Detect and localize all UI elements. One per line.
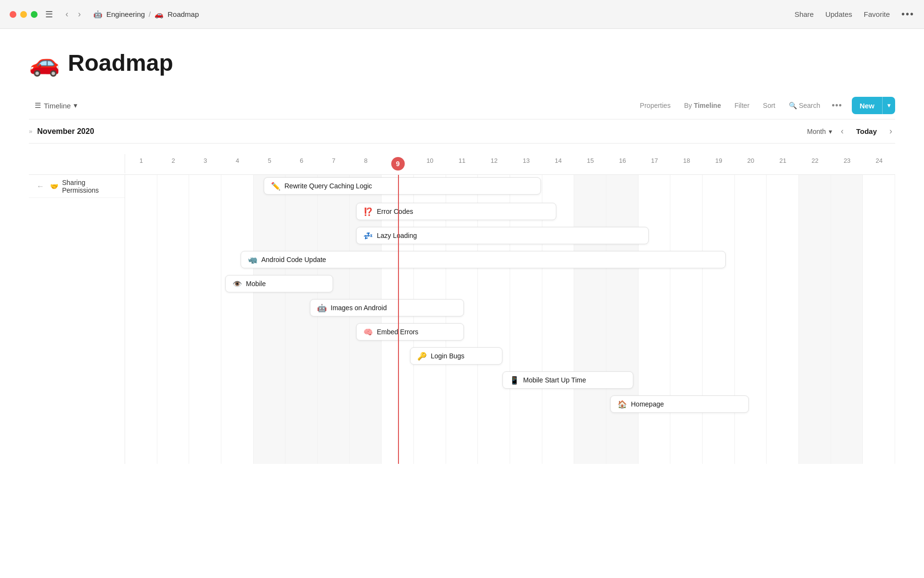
view-toolbar: ☰ Timeline ▾ Properties By Timeline Filt… [29, 92, 895, 119]
page-emoji: 🚗 [29, 48, 60, 78]
task-bar-rewrite[interactable]: ✏️Rewrite Query Caching Logic [264, 177, 541, 195]
timeline-body: ← 🤝 Sharing Permissions ✏️Rewrite Query … [29, 175, 895, 464]
new-button-arrow[interactable]: ▾ [883, 98, 895, 113]
days-container: 123456789101112131415161718192021222324 [125, 153, 895, 174]
by-timeline-label[interactable]: By Timeline [678, 99, 727, 112]
share-button[interactable]: Share [795, 10, 814, 18]
task-label-mobile-startup: Mobile Start Up Time [523, 376, 586, 384]
task-label-android: Android Code Update [261, 256, 326, 263]
day-cell-15: 15 [574, 153, 606, 174]
task-emoji-images-android: 🤖 [317, 303, 327, 313]
task-label-error-codes: Error Codes [377, 208, 413, 215]
back-arrow[interactable]: ‹ [63, 8, 71, 20]
month-label: Month [807, 128, 826, 135]
timeline-next-button[interactable]: › [886, 124, 895, 138]
day-cell-16: 16 [606, 153, 639, 174]
task-bar-login-bugs[interactable]: 🔑Login Bugs [410, 347, 502, 365]
day-cell-17: 17 [639, 153, 671, 174]
minimize-button[interactable] [20, 11, 27, 18]
titlebar: ☰ ‹ › 🤖 Engineering / 🚗 Roadmap Share Up… [0, 0, 924, 29]
sort-button[interactable]: Sort [757, 99, 781, 112]
page-content: 🚗 Roadmap ☰ Timeline ▾ Properties By Tim… [0, 29, 924, 153]
day-cell-9: 9 [382, 153, 414, 174]
task-emoji-mobile: 👁️ [232, 279, 242, 289]
day-cell-13: 13 [510, 153, 542, 174]
nav-arrows: ‹ › [63, 8, 84, 20]
day-cell-18: 18 [670, 153, 703, 174]
task-emoji-rewrite: ✏️ [271, 182, 281, 191]
task-bar-mobile[interactable]: 👁️Mobile [225, 275, 333, 292]
updates-button[interactable]: Updates [825, 10, 852, 18]
day-cell-21: 21 [767, 153, 799, 174]
day-cell-10: 10 [414, 153, 446, 174]
toolbar-more-button[interactable]: ••• [828, 98, 846, 114]
task-emoji-error-codes: ⁉️ [363, 207, 373, 216]
sidebar-group-emoji: 🤝 [50, 183, 58, 190]
task-bar-homepage[interactable]: 🏠Homepage [610, 395, 749, 413]
view-icon: ☰ [35, 101, 41, 110]
view-label: Timeline [44, 102, 71, 110]
day-cell-12: 12 [478, 153, 510, 174]
day-cell-24: 24 [863, 153, 895, 174]
day-cell-8: 8 [350, 153, 382, 174]
view-selector[interactable]: ☰ Timeline ▾ [29, 98, 83, 113]
timeline-period: November 2020 [37, 127, 94, 136]
breadcrumb-separator: / [149, 10, 151, 18]
day-cell-5: 5 [254, 153, 286, 174]
favorite-button[interactable]: Favorite [864, 10, 890, 18]
task-emoji-android: 🦏 [248, 255, 257, 264]
close-button[interactable] [10, 11, 16, 18]
task-bar-android[interactable]: 🦏Android Code Update [241, 251, 726, 268]
breadcrumb-child-emoji: 🚗 [154, 10, 164, 19]
timeline-grid: ✏️Rewrite Query Caching Logic⁉️Error Cod… [125, 175, 895, 464]
day-cell-6: 6 [285, 153, 318, 174]
month-selector[interactable]: Month ▾ [807, 128, 832, 135]
task-emoji-embed-errors: 🧠 [363, 328, 373, 337]
task-bar-embed-errors[interactable]: 🧠Embed Errors [356, 323, 464, 341]
day-cell-4: 4 [221, 153, 254, 174]
task-label-mobile: Mobile [246, 280, 266, 288]
timeline-area: 123456789101112131415161718192021222324 … [0, 153, 924, 464]
new-button-label: New [852, 98, 882, 114]
task-emoji-lazy-loading: 💤 [363, 231, 373, 240]
task-bar-lazy-loading[interactable]: 💤Lazy Loading [356, 227, 649, 244]
task-bar-mobile-startup[interactable]: 📱Mobile Start Up Time [502, 371, 633, 389]
toolbar-actions: Properties By Timeline Filter Sort 🔍 Sea… [634, 97, 895, 114]
breadcrumb: 🤖 Engineering / 🚗 Roadmap [93, 10, 199, 19]
task-label-lazy-loading: Lazy Loading [377, 232, 417, 239]
task-label-images-android: Images on Android [331, 304, 387, 312]
forward-arrow[interactable]: › [75, 8, 84, 20]
titlebar-actions: Share Updates Favorite ••• [795, 9, 914, 20]
days-ruler: 123456789101112131415161718192021222324 [29, 153, 895, 175]
timeline-sidebar: ← 🤝 Sharing Permissions [29, 175, 125, 464]
timeline-prev-button[interactable]: ‹ [838, 124, 847, 138]
today-button[interactable]: Today [852, 125, 881, 137]
sidebar-sharing-permissions[interactable]: ← 🤝 Sharing Permissions [29, 175, 125, 198]
day-cell-20: 20 [735, 153, 767, 174]
day-cell-7: 7 [318, 153, 350, 174]
more-options-button[interactable]: ••• [901, 9, 914, 20]
sidebar-back-icon[interactable]: ← [37, 182, 44, 191]
task-bar-images-android[interactable]: 🤖Images on Android [310, 299, 464, 316]
task-label-login-bugs: Login Bugs [431, 352, 464, 360]
traffic-lights [10, 11, 38, 18]
breadcrumb-parent[interactable]: Engineering [106, 10, 145, 18]
day-cell-22: 22 [799, 153, 831, 174]
breadcrumb-child[interactable]: Roadmap [167, 10, 199, 18]
day-cell-2: 2 [157, 153, 190, 174]
page-title: Roadmap [68, 50, 173, 76]
properties-button[interactable]: Properties [634, 99, 677, 112]
day-cell-1: 1 [125, 153, 157, 174]
timeline-nav: » November 2020 Month ▾ ‹ Today › [29, 119, 895, 144]
new-button[interactable]: New ▾ [852, 97, 895, 114]
view-chevron-icon: ▾ [74, 101, 77, 110]
task-bar-error-codes[interactable]: ⁉️Error Codes [356, 203, 556, 220]
timeline-expand-icon[interactable]: » [29, 128, 32, 135]
day-cell-11: 11 [446, 153, 478, 174]
menu-icon[interactable]: ☰ [45, 9, 53, 20]
timeline-controls: Month ▾ ‹ Today › [807, 124, 895, 138]
day-cell-23: 23 [831, 153, 863, 174]
filter-button[interactable]: Filter [729, 99, 755, 112]
maximize-button[interactable] [31, 11, 38, 18]
search-button[interactable]: 🔍 Search [783, 99, 826, 112]
